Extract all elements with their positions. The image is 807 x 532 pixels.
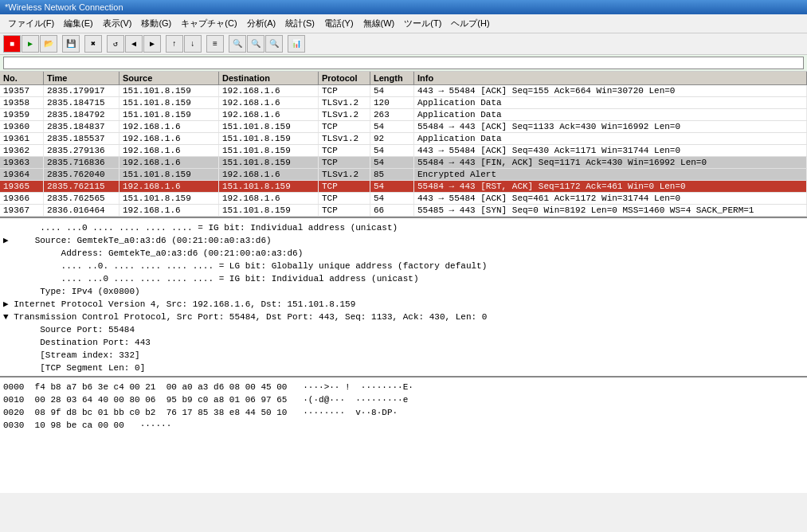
menu-item[interactable]: 分析(A) [242, 16, 281, 31]
detail-line: [TCP Segment Len: 0] [3, 362, 804, 374]
packet-no: 19367 [0, 205, 44, 216]
packet-source: 192.168.1.6 [119, 205, 219, 216]
packet-no: 19360 [0, 121, 44, 132]
packet-time: 2835.716836 [44, 157, 119, 168]
packet-info: 55484 → 443 [ACK] Seq=1133 Ack=430 Win=1… [414, 121, 807, 132]
packet-length: 85 [370, 169, 414, 180]
menubar: ファイル(F)編集(E)表示(V)移動(G)キャプチャ(C)分析(A)統計(S)… [0, 14, 807, 33]
hex-pane: 0000 f4 b8 a7 b6 3e c4 00 21 00 a0 a3 d6… [0, 377, 807, 493]
table-row[interactable]: 19364 2835.762040 151.101.8.159 192.168.… [0, 169, 807, 181]
toolbar-down[interactable]: ↓ [184, 35, 202, 53]
packet-length: 120 [370, 97, 414, 108]
table-row[interactable]: 19366 2835.762565 151.101.8.159 192.168.… [0, 193, 807, 205]
hex-line: 0000 f4 b8 a7 b6 3e c4 00 21 00 a0 a3 d6… [3, 381, 804, 393]
packet-length: 54 [370, 157, 414, 168]
packet-protocol: TCP [319, 205, 370, 216]
packet-info: 55485 → 443 [SYN] Seq=0 Win=8192 Len=0 M… [414, 205, 807, 216]
packet-destination: 192.168.1.6 [219, 97, 319, 108]
filter-input[interactable]: tcp [3, 57, 804, 69]
menu-item[interactable]: 無線(W) [358, 16, 400, 31]
packet-length: 263 [370, 109, 414, 120]
menu-item[interactable]: ヘルプ(H) [446, 16, 494, 31]
packet-time: 2835.762565 [44, 193, 119, 204]
packet-no: 19357 [0, 85, 44, 96]
hex-line: 0030 10 98 be ca 00 00 ······ [3, 419, 804, 432]
col-info: Info [414, 72, 807, 84]
menu-item[interactable]: ファイル(F) [3, 16, 59, 31]
packet-source: 192.168.1.6 [119, 133, 219, 144]
toolbar-zoom-reset[interactable]: 🔍 [265, 35, 283, 53]
menu-item[interactable]: 表示(V) [98, 16, 137, 31]
packet-destination: 151.101.8.159 [219, 181, 319, 192]
packet-no: 19363 [0, 157, 44, 168]
packet-protocol: TLSv1.2 [319, 109, 370, 120]
toolbar-stop[interactable]: ■ [3, 35, 21, 53]
menu-item[interactable]: 編集(E) [59, 16, 98, 31]
toolbar-forward[interactable]: ▶ [143, 35, 161, 53]
packet-protocol: TCP [319, 181, 370, 192]
menu-item[interactable]: 統計(S) [280, 16, 319, 31]
packet-no: 19362 [0, 145, 44, 156]
packet-info: Application Data [414, 97, 807, 108]
toolbar-close[interactable]: ✖ [84, 35, 102, 53]
packet-time: 2835.762040 [44, 169, 119, 180]
table-row[interactable]: 19357 2835.179917 151.101.8.159 192.168.… [0, 85, 807, 97]
packet-source: 151.101.8.159 [119, 193, 219, 204]
packet-length: 54 [370, 85, 414, 96]
packet-no: 19359 [0, 109, 44, 120]
toolbar-restart[interactable]: ▶ [22, 35, 39, 53]
detail-line[interactable]: ▶ Internet Protocol Version 4, Src: 192.… [3, 298, 804, 311]
packet-destination: 151.101.8.159 [219, 157, 319, 168]
packet-protocol: TCP [319, 85, 370, 96]
packet-time: 2835.184837 [44, 121, 119, 132]
detail-line[interactable]: ▼ Transmission Control Protocol, Src Por… [3, 311, 804, 323]
packet-source: 151.101.8.159 [119, 169, 219, 180]
packet-info: 443 → 55484 [ACK] Seq=430 Ack=1171 Win=3… [414, 145, 807, 156]
toolbar-filter[interactable]: ≡ [206, 35, 224, 53]
toolbar-save[interactable]: 💾 [62, 35, 80, 53]
filterbar: tcp [0, 55, 807, 72]
packet-destination: 192.168.1.6 [219, 169, 319, 180]
table-row[interactable]: 19362 2835.279136 192.168.1.6 151.101.8.… [0, 145, 807, 157]
menu-item[interactable]: ツール(T) [399, 16, 446, 31]
packet-length: 54 [370, 181, 414, 192]
detail-line[interactable]: ▶ Source: GemtekTe_a0:a3:d6 (00:21:00:a0… [3, 234, 804, 247]
packet-source: 151.101.8.159 [119, 85, 219, 96]
col-time: Time [44, 72, 119, 84]
toolbar-zoom-out[interactable]: 🔍 [247, 35, 264, 53]
packet-destination: 192.168.1.6 [219, 193, 319, 204]
packet-destination: 151.101.8.159 [219, 145, 319, 156]
table-row[interactable]: 19365 2835.762115 192.168.1.6 151.101.8.… [0, 181, 807, 193]
table-row[interactable]: 19363 2835.716836 192.168.1.6 151.101.8.… [0, 157, 807, 169]
table-row[interactable]: 19367 2836.016464 192.168.1.6 151.101.8.… [0, 205, 807, 217]
detail-line: .... ..0. .... .... .... .... = LG bit: … [3, 260, 804, 272]
detail-line: [Stream index: 332] [3, 349, 804, 362]
toolbar-open[interactable]: 📂 [40, 35, 57, 53]
table-row[interactable]: 19360 2835.184837 192.168.1.6 151.101.8.… [0, 121, 807, 133]
table-row[interactable]: 19361 2835.185537 192.168.1.6 151.101.8.… [0, 133, 807, 145]
menu-item[interactable]: 電話(Y) [319, 16, 358, 31]
packet-no: 19364 [0, 169, 44, 180]
toolbar: ■ ▶ 📂 💾 ✖ ↺ ◀ ▶ ↑ ↓ ≡ 🔍 🔍 🔍 📊 [0, 33, 807, 55]
toolbar-reload[interactable]: ↺ [107, 35, 124, 53]
packet-info: 55484 → 443 [RST, ACK] Seq=1172 Ack=461 … [414, 181, 807, 192]
table-row[interactable]: 19358 2835.184715 151.101.8.159 192.168.… [0, 97, 807, 109]
packet-destination: 192.168.1.6 [219, 109, 319, 120]
menu-item[interactable]: キャプチャ(C) [176, 16, 241, 31]
lower-section: .... ...0 .... .... .... .... = IG bit: … [0, 218, 807, 493]
packet-length: 54 [370, 193, 414, 204]
packet-destination: 151.101.8.159 [219, 133, 319, 144]
packet-info: 443 → 55484 [ACK] Seq=461 Ack=1172 Win=3… [414, 193, 807, 204]
packet-length: 92 [370, 133, 414, 144]
toolbar-zoom-in[interactable]: 🔍 [229, 35, 246, 53]
toolbar-up[interactable]: ↑ [166, 35, 183, 53]
detail-line: .... ...0 .... .... .... .... = IG bit: … [3, 272, 804, 285]
detail-line: .... ...0 .... .... .... .... = IG bit: … [3, 221, 804, 234]
packet-protocol: TLSv1.2 [319, 169, 370, 180]
menu-item[interactable]: 移動(G) [136, 16, 176, 31]
table-row[interactable]: 19359 2835.184792 151.101.8.159 192.168.… [0, 109, 807, 121]
toolbar-graph[interactable]: 📊 [288, 35, 305, 53]
toolbar-back[interactable]: ◀ [125, 35, 143, 53]
detail-line: Address: GemtekTe_a0:a3:d6 (00:21:00:a0:… [3, 247, 804, 260]
col-source: Source [119, 72, 219, 84]
